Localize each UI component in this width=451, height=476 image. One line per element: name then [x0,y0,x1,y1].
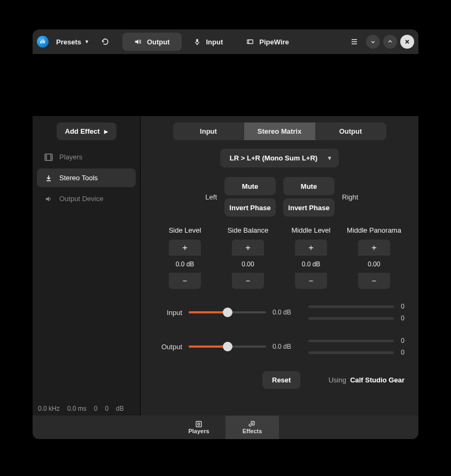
param-label: Middle Panorama [345,226,403,234]
side-balance-value[interactable]: 0.00 [232,256,264,273]
presets-button[interactable]: Presets ▼ [52,35,94,49]
input-slider[interactable] [189,307,266,318]
output-meters: 0 0 [308,337,405,356]
players-icon [195,420,203,428]
vendor-name: Calf Studio Gear [350,376,405,384]
meter-bar [308,317,394,320]
svg-rect-2 [43,39,44,43]
tab-output[interactable]: Output [122,33,182,51]
sidebar-item-output-device[interactable]: Output Device [37,189,136,208]
middle-level-minus[interactable]: － [295,273,327,289]
meter-value: 0 [398,303,405,310]
param-middle-level: Middle Level ＋ 0.0 dB － [282,226,340,289]
refresh-button[interactable] [97,33,114,50]
svg-rect-1 [42,40,43,43]
card-icon [246,38,254,45]
chevron-down-icon [370,39,376,45]
svg-point-20 [198,423,200,425]
effects-icon [248,420,256,428]
reset-button[interactable]: Reset [262,371,300,389]
footer-db: dB [116,405,124,412]
close-icon [404,39,410,45]
maximize-button[interactable] [383,35,397,49]
side-level-value[interactable]: 0.0 dB [169,256,201,273]
section-tab-input[interactable]: Input [173,122,244,140]
meter-bar [308,340,394,342]
film-icon [44,153,53,161]
param-label: Middle Level [282,226,340,234]
param-label: Side Level [155,226,214,234]
sidebar: Add Effect ▶ Players Stereo Tools [33,116,141,416]
center-tabs: Output Input PipeWire [122,33,301,51]
section-tab-stereo-matrix[interactable]: Stereo Matrix [244,122,315,140]
param-side-balance: Side Balance ＋ 0.00 － [219,226,277,289]
invert-right-button[interactable]: Invert Phase [283,198,335,217]
footer-val2: 0 [105,405,108,412]
middle-level-plus[interactable]: ＋ [295,240,327,256]
footer-ms: 0.0 ms [67,405,87,412]
param-row: Side Level ＋ 0.0 dB － Side Balance ＋ 0.0… [150,226,409,289]
sidebar-item-stereo-tools[interactable]: Stereo Tools [37,168,136,187]
bottom-tab-label: Players [188,428,209,434]
presets-label: Presets [56,38,81,46]
chevron-up-icon [387,39,393,45]
sidebar-item-players[interactable]: Players [37,148,136,166]
output-slider-row: Output 0.0 dB 0 0 [150,334,409,359]
mode-dropdown[interactable]: LR > L+R (Mono Sum L+R) [220,149,339,167]
add-effect-button[interactable]: Add Effect ▶ [57,122,116,140]
sidebar-footer: 0.0 kHz 0.0 ms 0 0 dB [33,401,140,416]
content-area: Input Stereo Matrix Output LR > L+R (Mon… [141,116,418,416]
mute-left-button[interactable]: Mute [224,177,276,195]
input-meters: 0 0 [308,303,405,322]
bottom-tab-players[interactable]: Players [172,416,226,439]
dropdown-icon: ▼ [84,39,89,44]
tab-input[interactable]: Input [182,33,235,51]
tab-pipewire-label: PipeWire [259,38,289,46]
output-label: Output [154,343,182,351]
right-label: Right [342,193,360,201]
footer-val1: 0 [94,405,98,412]
using-text: Using Calf Studio Gear [329,376,405,384]
bottom-tab-effects[interactable]: Effects [226,416,279,439]
middle-level-value[interactable]: 0.0 dB [295,256,327,273]
svg-rect-12 [45,154,52,160]
menu-button[interactable] [346,33,363,50]
side-balance-minus[interactable]: － [232,273,264,289]
app-window: Presets ▼ Output Input PipeWire [33,29,418,439]
meter-value: 0 [398,337,405,344]
invert-left-button[interactable]: Invert Phase [224,198,276,217]
close-button[interactable] [400,35,414,49]
sidebar-item-label: Players [59,153,82,161]
bottom-tab-label: Effects [243,428,262,434]
minimize-button[interactable] [366,35,380,49]
meter-value: 0 [398,314,405,322]
svg-rect-0 [40,41,41,43]
header-bar: Presets ▼ Output Input PipeWire [33,29,418,54]
param-label: Side Balance [219,226,277,234]
lr-controls: Left Mute Invert Phase Mute Invert Phase… [150,177,409,217]
menu-icon [350,37,359,46]
mute-right-button[interactable]: Mute [283,177,335,195]
middle-panorama-value[interactable]: 0.00 [358,256,390,273]
output-slider[interactable] [189,341,266,352]
meter-value: 0 [398,349,405,356]
output-value: 0.0 dB [273,343,302,350]
side-level-minus[interactable]: － [169,273,201,289]
side-balance-plus[interactable]: ＋ [232,240,264,256]
tab-input-label: Input [206,38,223,46]
meter-bar [308,305,394,308]
mic-icon [193,38,201,45]
middle-panorama-plus[interactable]: ＋ [358,240,390,256]
mode-value: LR > L+R (Mono Sum L+R) [230,154,317,162]
visualizer-area [33,54,418,116]
middle-panorama-minus[interactable]: － [358,273,390,289]
sidebar-item-label: Output Device [59,195,103,203]
tab-pipewire[interactable]: PipeWire [235,33,301,51]
svg-rect-19 [196,421,201,427]
side-level-plus[interactable]: ＋ [169,240,201,256]
triangle-right-icon: ▶ [104,129,108,134]
input-value: 0.0 dB [273,309,302,316]
sidebar-item-label: Stereo Tools [59,174,98,182]
speaker-small-icon [44,195,53,203]
section-tab-output[interactable]: Output [315,122,386,140]
